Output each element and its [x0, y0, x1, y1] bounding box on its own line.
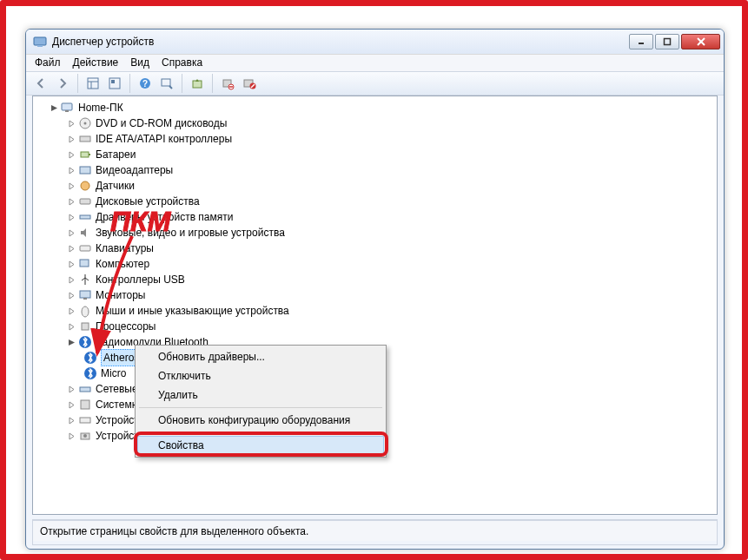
- monitor-icon: [78, 288, 92, 302]
- svg-rect-21: [62, 103, 72, 110]
- tree-category[interactable]: Клавиатуры: [36, 240, 713, 256]
- annotation-rmb-label: ПКМ: [110, 206, 170, 238]
- svg-rect-42: [81, 400, 89, 409]
- tree-category[interactable]: Датчики: [36, 178, 713, 194]
- svg-rect-13: [162, 79, 170, 86]
- close-button[interactable]: [681, 34, 720, 49]
- expand-icon[interactable]: [66, 212, 76, 222]
- tree-label: Мыши и иные указывающие устройства: [96, 303, 289, 319]
- uninstall-button[interactable]: [218, 74, 237, 93]
- computer-cat-icon: [78, 257, 92, 271]
- tree-category[interactable]: Видеоадаптеры: [36, 162, 713, 178]
- collapse-icon[interactable]: [49, 102, 59, 113]
- window-title: Диспетчер устройств: [52, 36, 629, 48]
- menu-file[interactable]: Файл: [35, 56, 61, 69]
- expand-icon[interactable]: [66, 415, 76, 425]
- menu-help[interactable]: Справка: [162, 56, 202, 69]
- properties-toolbar-button[interactable]: [105, 74, 124, 93]
- scan-button[interactable]: [157, 74, 176, 93]
- disable-toolbar-button[interactable]: [240, 74, 259, 93]
- expand-icon[interactable]: [66, 149, 76, 160]
- expand-icon[interactable]: [66, 227, 76, 238]
- tree-label: Сетевые: [96, 381, 138, 397]
- context-disable[interactable]: Отключить: [137, 366, 384, 385]
- tree-category[interactable]: Компьютер: [36, 256, 713, 272]
- bluetooth-icon: [83, 366, 97, 380]
- svg-rect-37: [82, 323, 89, 330]
- imaging-icon: [78, 429, 92, 443]
- expand-icon[interactable]: [66, 384, 76, 394]
- tree-label: Контроллеры USB: [96, 272, 185, 287]
- menu-view[interactable]: Вид: [130, 56, 149, 69]
- tree-category[interactable]: Мыши и иные указывающие устройства: [36, 303, 713, 319]
- expand-icon[interactable]: [66, 196, 76, 207]
- svg-rect-31: [80, 215, 90, 219]
- svg-rect-33: [80, 260, 89, 267]
- tree-label: Micro: [101, 366, 126, 381]
- tree-category[interactable]: Мониторы: [36, 287, 713, 303]
- computer-icon: [61, 101, 75, 115]
- context-remove[interactable]: Удалить: [137, 385, 384, 405]
- tree-category[interactable]: DVD и CD-ROM дисководы: [36, 115, 713, 131]
- tree-label: Мониторы: [96, 287, 145, 303]
- keyboard-icon: [78, 241, 92, 255]
- expand-icon[interactable]: [66, 118, 76, 128]
- svg-text:?: ?: [142, 79, 148, 89]
- svg-rect-41: [80, 387, 90, 392]
- svg-rect-6: [88, 78, 98, 89]
- tree-label: Клавиатуры: [96, 240, 154, 256]
- forward-button[interactable]: [53, 74, 72, 93]
- context-rescan[interactable]: Обновить конфигурацию оборудования: [137, 411, 384, 430]
- tree-category[interactable]: Батареи: [36, 147, 713, 162]
- titlebar[interactable]: Диспетчер устройств: [26, 30, 724, 54]
- cdrom-icon: [78, 116, 92, 130]
- tree-label: Датчики: [96, 178, 135, 194]
- expand-icon[interactable]: [66, 321, 76, 332]
- svg-rect-27: [89, 154, 90, 155]
- svg-rect-26: [81, 152, 89, 157]
- collapse-icon[interactable]: [66, 337, 76, 347]
- expand-icon[interactable]: [66, 306, 76, 316]
- disk-icon: [78, 194, 92, 208]
- svg-point-29: [81, 181, 89, 190]
- battery-icon: [78, 148, 92, 161]
- context-update-drivers[interactable]: Обновить драйверы...: [137, 347, 384, 366]
- expand-icon[interactable]: [66, 431, 76, 441]
- expand-icon[interactable]: [66, 399, 76, 410]
- svg-rect-3: [665, 39, 671, 45]
- tree-root[interactable]: Home-ПК: [36, 100, 713, 115]
- svg-point-36: [82, 306, 89, 317]
- expand-icon[interactable]: [66, 259, 76, 269]
- tree-label: IDE ATA/ATAPI контроллеры: [96, 131, 232, 147]
- show-hidden-button[interactable]: [83, 74, 103, 93]
- device-manager-window: Диспетчер устройств Файл Действие Вид Сп…: [25, 29, 725, 550]
- expand-icon[interactable]: [66, 290, 76, 300]
- expand-icon[interactable]: [66, 243, 76, 254]
- minimize-button[interactable]: [629, 34, 653, 49]
- maximize-button[interactable]: [655, 34, 679, 49]
- expand-icon[interactable]: [66, 165, 76, 175]
- help-toolbar-button[interactable]: ?: [136, 74, 155, 93]
- status-text: Открытие страницы свойств для выделенног…: [40, 525, 308, 537]
- svg-rect-32: [80, 246, 90, 251]
- expand-icon[interactable]: [66, 274, 76, 285]
- tree-category[interactable]: IDE ATA/ATAPI контроллеры: [36, 131, 713, 147]
- network-icon: [78, 382, 92, 396]
- expand-icon[interactable]: [66, 134, 76, 144]
- expand-icon[interactable]: [66, 181, 76, 191]
- svg-rect-43: [80, 418, 90, 423]
- bluetooth-icon: [78, 335, 92, 349]
- tree-label: Компьютер: [96, 256, 149, 272]
- tree-category[interactable]: Контроллеры USB: [36, 272, 713, 287]
- svg-rect-10: [111, 80, 115, 83]
- update-driver-button[interactable]: [188, 74, 207, 93]
- back-button[interactable]: [31, 74, 50, 93]
- context-properties[interactable]: Свойства: [137, 436, 384, 455]
- usb-icon: [78, 273, 92, 287]
- tree-category[interactable]: Процессоры: [36, 319, 713, 334]
- tree-label: Батареи: [96, 147, 136, 162]
- svg-rect-28: [80, 167, 90, 174]
- bluetooth-icon: [83, 351, 97, 365]
- menu-action[interactable]: Действие: [73, 56, 119, 69]
- sound-icon: [78, 226, 92, 240]
